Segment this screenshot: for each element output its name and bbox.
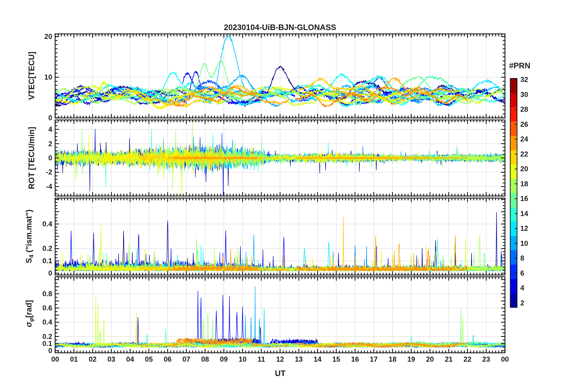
sigphi-ytick-0.8: 0.8 xyxy=(32,290,52,297)
x-tick-label-24: 00 xyxy=(501,356,509,363)
rot-ytick-0: 0 xyxy=(32,154,52,162)
colorbar-tick-label-30: 30 xyxy=(520,91,528,98)
s4-ytick-0.1: 0.1 xyxy=(32,257,52,264)
colorbar-tick-label-6: 6 xyxy=(520,270,524,277)
sigphi-ytick-0.2: 0.2 xyxy=(32,333,52,340)
x-tick-label-23: 23 xyxy=(482,356,490,363)
vtec-ytick-0: 0 xyxy=(32,114,52,121)
rot-ytick-2: 2 xyxy=(32,140,52,147)
x-tick-label-7: 07 xyxy=(182,356,190,363)
colorbar-tick-label-28: 28 xyxy=(520,106,528,113)
colorbar-tick-label-16: 16 xyxy=(520,195,528,202)
x-tick-label-3: 03 xyxy=(107,356,115,363)
vtec-ytick-20: 20 xyxy=(32,33,52,40)
x-tick-label-13: 13 xyxy=(295,356,303,363)
x-tick-label-14: 14 xyxy=(314,356,321,363)
sigphi-ytick-0.6: 0.6 xyxy=(32,304,52,312)
x-tick-label-21: 21 xyxy=(445,356,453,363)
x-tick-label-17: 17 xyxy=(370,356,378,363)
x-tick-label-10: 10 xyxy=(239,356,247,363)
x-tick-label-20: 20 xyxy=(426,356,434,363)
rot-ytick--2: -2 xyxy=(32,169,52,176)
glonass-scintillation-figure: 20230104-UiB-BJN-GLONASS VTEC[TECU] ROT … xyxy=(0,0,561,392)
colorbar-tick-label-24: 24 xyxy=(520,136,528,143)
colorbar-tick-label-20: 20 xyxy=(520,165,528,172)
rot-ytick--4: -4 xyxy=(32,183,52,190)
sigphi-ytick-0.1: 0.1 xyxy=(32,340,52,347)
colorbar-tick-label-26: 26 xyxy=(520,121,528,128)
x-tick-label-16: 16 xyxy=(351,356,359,363)
colorbar-tick-label-2: 2 xyxy=(520,299,524,307)
x-tick-label-2: 02 xyxy=(89,356,97,363)
s4-ytick-0.4: 0.4 xyxy=(32,220,52,228)
x-tick-label-0: 00 xyxy=(51,356,59,363)
colorbar-tick-label-12: 12 xyxy=(520,225,528,232)
colorbar-tick-label-32: 32 xyxy=(520,76,528,83)
x-tick-label-18: 18 xyxy=(388,356,396,363)
x-tick-label-1: 01 xyxy=(70,356,78,363)
s4-ytick-0.2: 0.2 xyxy=(32,245,52,252)
x-tick-label-9: 09 xyxy=(220,356,228,363)
x-tick-label-6: 06 xyxy=(164,356,172,363)
rot-ytick-4: 4 xyxy=(32,126,52,133)
x-tick-label-12: 12 xyxy=(276,356,284,363)
sigphi-ytick-0.4: 0.4 xyxy=(32,319,52,326)
x-tick-label-8: 08 xyxy=(201,356,209,363)
x-tick-label-15: 15 xyxy=(332,356,340,363)
x-tick-label-11: 11 xyxy=(257,356,265,363)
s4-y-axis-label: S4 ("ism.mat") xyxy=(24,210,35,263)
colorbar-tick-label-18: 18 xyxy=(520,180,528,187)
colorbar-tick-label-14: 14 xyxy=(520,210,528,217)
colorbar-tick-label-8: 8 xyxy=(520,255,524,262)
colorbar-tick-label-22: 22 xyxy=(520,151,528,158)
x-tick-label-22: 22 xyxy=(464,356,472,363)
x-tick-label-4: 04 xyxy=(126,356,134,363)
figure-title: 20230104-UiB-BJN-GLONASS xyxy=(55,23,505,32)
vtec-ytick-10: 10 xyxy=(32,74,52,81)
colorbar-tick-label-10: 10 xyxy=(520,240,528,247)
sigphi-ytick-0: 0 xyxy=(32,347,52,354)
colorbar-title: #PRN xyxy=(509,61,530,70)
colorbar-tick-label-4: 4 xyxy=(520,284,524,291)
x-tick-label-5: 05 xyxy=(145,356,153,363)
s4-ytick-0: 0 xyxy=(32,270,52,277)
chart-canvas xyxy=(0,0,561,392)
x-tick-label-19: 19 xyxy=(407,356,415,363)
x-axis-label: UT xyxy=(275,369,286,378)
